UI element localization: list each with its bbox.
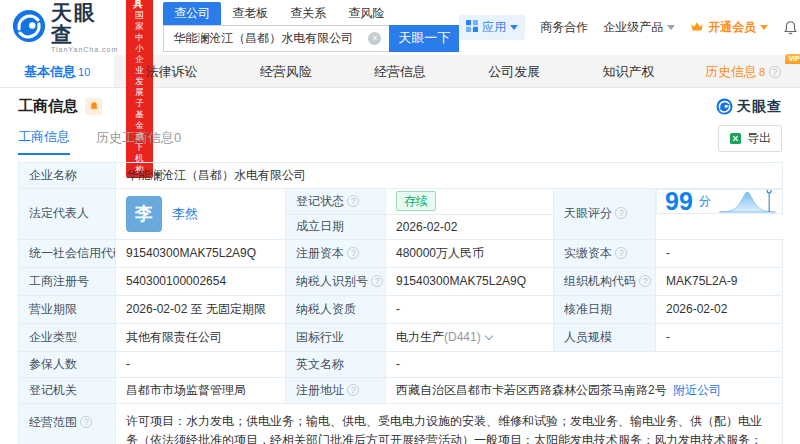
tab-history-info[interactable]: 历史信息8 VIP: [686, 55, 800, 87]
help-icon[interactable]: [615, 247, 627, 259]
scope-label: 经营范围: [19, 403, 116, 444]
help-icon[interactable]: [615, 207, 627, 219]
enterprise-products-menu[interactable]: 企业级产品: [603, 19, 675, 36]
search-input[interactable]: [163, 25, 389, 52]
tianyancha-logo[interactable]: 天眼查 TianYanCha.com: [12, 2, 118, 53]
tab-basic-info-count: 10: [78, 66, 90, 78]
apps-grid-icon: [466, 20, 478, 35]
business-cooperation-link[interactable]: 商务合作: [540, 19, 588, 36]
paid-capital-value: -: [656, 239, 783, 267]
help-icon[interactable]: [80, 416, 92, 428]
authority-label: 登记机关: [19, 377, 116, 403]
tab-legal-proceedings[interactable]: 法律诉讼: [114, 55, 228, 87]
taxpayer-quality-value: -: [386, 295, 554, 323]
enterprise-products-label: 企业级产品: [603, 19, 663, 36]
logo-subtitle: TianYanCha.com: [51, 46, 118, 53]
tab-operating-risk[interactable]: 经营风险: [229, 55, 343, 87]
org-code-value: MAK75L2A-9: [656, 267, 783, 295]
est-date-label: 成立日期: [286, 214, 386, 239]
help-icon[interactable]: [769, 66, 781, 78]
section-title: 工商信息: [18, 97, 78, 116]
credit-code-label: 统一社会信用代码: [19, 239, 116, 267]
business-term-label: 营业期限: [19, 295, 116, 323]
search-tabs: 查公司 查老板 查关系 查风险: [163, 4, 459, 25]
subtab-business-info[interactable]: 工商信息: [18, 128, 70, 155]
help-icon[interactable]: [639, 275, 651, 287]
org-code-label: 组织机构代码: [554, 267, 656, 295]
taxpayer-id-label: 纳税人识别号: [286, 267, 386, 295]
tab-company-development[interactable]: 公司发展: [457, 55, 571, 87]
status-badge: 存续: [396, 191, 436, 211]
legal-rep-avatar[interactable]: 李: [126, 196, 162, 232]
vip-upgrade-menu[interactable]: 开通会员: [690, 19, 768, 36]
company-name-value: 华能澜沧江（昌都）水电有限公司: [116, 163, 783, 189]
chevron-down-icon: [484, 331, 492, 339]
score-unit: 分: [699, 193, 711, 210]
search-tab-relation[interactable]: 查关系: [279, 2, 337, 25]
industry-value[interactable]: 电力生产(D441): [386, 323, 554, 351]
legal-rep-cell: 李 李然: [116, 189, 286, 240]
score-cell[interactable]: 99分: [656, 189, 783, 214]
crown-icon: [690, 21, 704, 35]
tab-intellectual-property[interactable]: 知识产权: [571, 55, 685, 87]
search-tab-risk[interactable]: 查风险: [337, 2, 395, 25]
business-term-value: 2026-02-02 至 无固定期限: [116, 295, 286, 323]
apps-menu[interactable]: 应用: [459, 15, 525, 40]
score-label: 天眼评分: [554, 189, 656, 240]
approval-date-value: 2026-02-02: [656, 295, 783, 323]
english-name-label: 英文名称: [286, 351, 386, 377]
help-icon[interactable]: [347, 247, 359, 259]
tab-basic-info[interactable]: 基本信息10: [0, 55, 114, 87]
reg-status-value: 存续: [386, 189, 554, 215]
company-type-value: 其他有限责任公司: [116, 323, 286, 351]
tianyancha-logo-icon: [716, 98, 733, 115]
company-tab-bar: 基本信息10 法律诉讼 经营风险 经营信息 公司发展 知识产权 历史信息8 VI…: [0, 55, 800, 88]
announcement-bell-icon[interactable]: [85, 98, 102, 115]
search-area: 查公司 查老板 查关系 查风险 天眼一下: [163, 4, 459, 52]
reg-number-label: 工商注册号: [19, 267, 116, 295]
legal-rep-name-link[interactable]: 李然: [172, 205, 198, 223]
nearby-companies-link[interactable]: 附近公司: [673, 383, 721, 397]
search-tab-boss[interactable]: 查老板: [221, 2, 279, 25]
tianyancha-company-page: 天眼查 TianYanCha.com 都在用的商业查询工具 国家中小企业发展子基…: [0, 0, 800, 444]
search-button[interactable]: 天眼一下: [389, 25, 459, 52]
help-icon[interactable]: [371, 275, 383, 287]
vip-upgrade-label: 开通会员: [708, 19, 756, 36]
notifications-bell[interactable]: [783, 20, 798, 35]
logo-title: 天眼查: [51, 2, 118, 46]
legal-rep-label: 法定代表人: [19, 189, 116, 240]
scope-value: 许可项目：水力发电；供电业务；输电、供电、受电电力设施的安装、维修和试验；发电业…: [116, 403, 783, 444]
reg-capital-value: 480000万人民币: [386, 239, 554, 267]
approval-date-label: 核准日期: [554, 295, 656, 323]
credit-code-value: 91540300MAK75L2A9Q: [116, 239, 286, 267]
search-tab-company[interactable]: 查公司: [163, 2, 221, 25]
company-type-label: 企业类型: [19, 323, 116, 351]
tab-history-count: 8: [759, 66, 765, 78]
tianyancha-watermark-logo: 天眼查: [716, 98, 782, 116]
export-button[interactable]: 导出: [718, 125, 782, 152]
header-nav: 应用 商务合作 企业级产品 开通会员 费米: [459, 15, 800, 40]
chevron-down-icon: [667, 25, 675, 30]
chevron-down-icon: [760, 25, 768, 30]
reg-status-label: 登记状态: [286, 189, 386, 215]
tab-business-info[interactable]: 经营信息: [343, 55, 457, 87]
help-icon[interactable]: [347, 195, 359, 207]
clear-search-icon[interactable]: [368, 32, 381, 45]
promo-banner-line1: 都在用的商业查询工具: [133, 0, 146, 10]
paid-capital-label: 实缴资本: [554, 239, 656, 267]
vip-badge: VIP: [785, 54, 800, 64]
insured-label: 参保人数: [19, 351, 116, 377]
est-date-value: 2026-02-02: [386, 214, 554, 239]
subtab-history-business-info[interactable]: 历史工商信息0: [96, 129, 181, 154]
taxpayer-quality-label: 纳税人资质: [286, 295, 386, 323]
english-name-value: -: [386, 351, 783, 377]
staff-size-value: -: [656, 323, 783, 351]
excel-icon: [729, 132, 742, 145]
business-info-table: 企业名称 华能澜沧江（昌都）水电有限公司 法定代表人 李 李然 登记状态 存续 …: [18, 162, 783, 444]
reg-capital-label: 注册资本: [286, 239, 386, 267]
help-icon[interactable]: [347, 384, 359, 396]
top-header: 天眼查 TianYanCha.com 都在用的商业查询工具 国家中小企业发展子基…: [0, 0, 800, 55]
company-name-label: 企业名称: [19, 163, 116, 189]
bell-icon: [783, 20, 798, 35]
business-info-section: 工商信息 天眼查 工商信息 历史工商信息0 导出 企业名称 华能澜沧江（昌都）水…: [0, 88, 800, 444]
